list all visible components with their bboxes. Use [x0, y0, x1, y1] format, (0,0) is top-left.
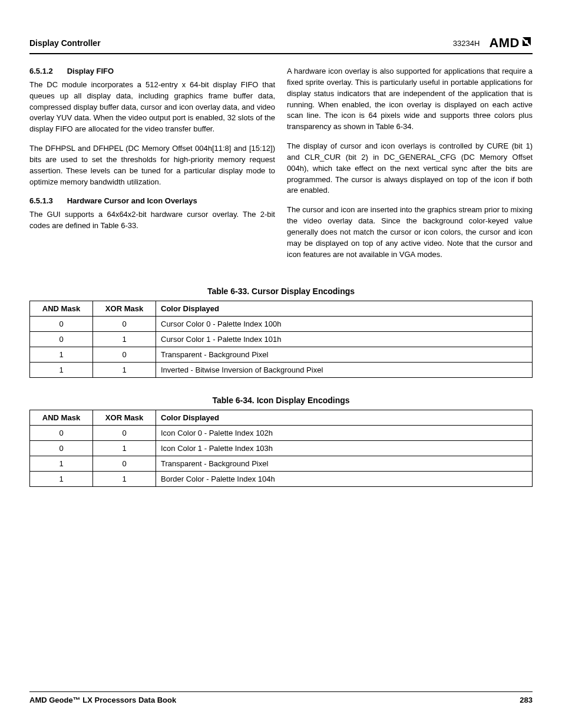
- amd-arrow-icon: [521, 35, 533, 51]
- amd-logo: AMD: [489, 35, 533, 51]
- table-row: 1 1 Border Color - Palette Index 104h: [30, 471, 533, 486]
- cell: Inverted - Bitwise Inversion of Backgrou…: [156, 362, 533, 377]
- cell: 1: [30, 362, 93, 377]
- cell: Transparent - Background Pixel: [156, 347, 533, 362]
- section-number: 6.5.1.3: [29, 196, 65, 207]
- cell: 1: [30, 471, 93, 486]
- page-footer: AMD Geode™ LX Processors Data Book 283: [29, 691, 533, 704]
- table-row: 1 0 Transparent - Background Pixel: [30, 456, 533, 471]
- cell: 1: [93, 471, 156, 486]
- cell: 0: [30, 425, 93, 440]
- col-header: Color Displayed: [156, 301, 533, 316]
- section-heading: 6.5.1.2 Display FIFO: [29, 66, 275, 77]
- logo-text: AMD: [489, 35, 520, 51]
- cell: Icon Color 0 - Palette Index 102h: [156, 425, 533, 440]
- cell: 0: [30, 331, 93, 347]
- cell: 1: [93, 362, 156, 377]
- cell: Cursor Color 0 - Palette Index 100h: [156, 316, 533, 331]
- cell: 0: [93, 347, 156, 362]
- table-row: 1 0 Transparent - Background Pixel: [30, 347, 533, 362]
- cell: Cursor Color 1 - Palette Index 101h: [156, 331, 533, 347]
- cell: Icon Color 1 - Palette Index 103h: [156, 440, 533, 456]
- table-header-row: AND Mask XOR Mask Color Displayed: [30, 301, 533, 316]
- section-number: 6.5.1.2: [29, 66, 65, 77]
- body-paragraph: The display of cursor and icon overlays …: [287, 141, 533, 196]
- table-row: 0 0 Cursor Color 0 - Palette Index 100h: [30, 316, 533, 331]
- section-title: Display FIFO: [67, 67, 114, 75]
- cell: 0: [93, 456, 156, 471]
- col-header: Color Displayed: [156, 410, 533, 425]
- cell: 0: [30, 316, 93, 331]
- left-column: 6.5.1.2 Display FIFO The DC module incor…: [29, 66, 275, 269]
- cell: 1: [30, 347, 93, 362]
- cell: 1: [93, 331, 156, 347]
- page-number: 283: [520, 696, 533, 704]
- header-section-title: Display Controller: [29, 38, 101, 48]
- doc-code: 33234H: [453, 39, 480, 48]
- table-caption: Table 6-33. Cursor Display Encodings: [29, 286, 533, 296]
- cell: 1: [30, 456, 93, 471]
- table-row: 0 1 Cursor Color 1 - Palette Index 101h: [30, 331, 533, 347]
- two-column-body: 6.5.1.2 Display FIFO The DC module incor…: [29, 66, 533, 269]
- cell: 1: [93, 440, 156, 456]
- cursor-encodings-table: AND Mask XOR Mask Color Displayed 0 0 Cu…: [29, 301, 533, 378]
- footer-title: AMD Geode™ LX Processors Data Book: [29, 696, 176, 704]
- body-paragraph: The DC module incorporates a 512-entry x…: [29, 80, 275, 135]
- table-caption: Table 6-34. Icon Display Encodings: [29, 396, 533, 405]
- table-row: 0 1 Icon Color 1 - Palette Index 103h: [30, 440, 533, 456]
- col-header: XOR Mask: [93, 301, 156, 316]
- header-right: 33234H AMD: [453, 35, 533, 51]
- col-header: AND Mask: [30, 410, 93, 425]
- table-header-row: AND Mask XOR Mask Color Displayed: [30, 410, 533, 425]
- body-paragraph: The GUI supports a 64x64x2-bit hardware …: [29, 209, 275, 232]
- section-heading: 6.5.1.3 Hardware Cursor and Icon Overlay…: [29, 196, 275, 207]
- section-title: Hardware Cursor and Icon Overlays: [67, 196, 197, 205]
- table-row: 0 0 Icon Color 0 - Palette Index 102h: [30, 425, 533, 440]
- col-header: XOR Mask: [93, 410, 156, 425]
- table-row: 1 1 Inverted - Bitwise Inversion of Back…: [30, 362, 533, 377]
- body-paragraph: The DFHPSL and DFHPEL (DC Memory Offset …: [29, 143, 275, 187]
- cell: Transparent - Background Pixel: [156, 456, 533, 471]
- icon-encodings-table: AND Mask XOR Mask Color Displayed 0 0 Ic…: [29, 410, 533, 487]
- page-header: Display Controller 33234H AMD: [29, 35, 533, 54]
- cell: 0: [30, 440, 93, 456]
- cell: Border Color - Palette Index 104h: [156, 471, 533, 486]
- col-header: AND Mask: [30, 301, 93, 316]
- cell: 0: [93, 425, 156, 440]
- right-column: A hardware icon overlay is also supporte…: [287, 66, 533, 269]
- cell: 0: [93, 316, 156, 331]
- body-paragraph: A hardware icon overlay is also supporte…: [287, 66, 533, 133]
- body-paragraph: The cursor and icon are inserted into th…: [287, 205, 533, 260]
